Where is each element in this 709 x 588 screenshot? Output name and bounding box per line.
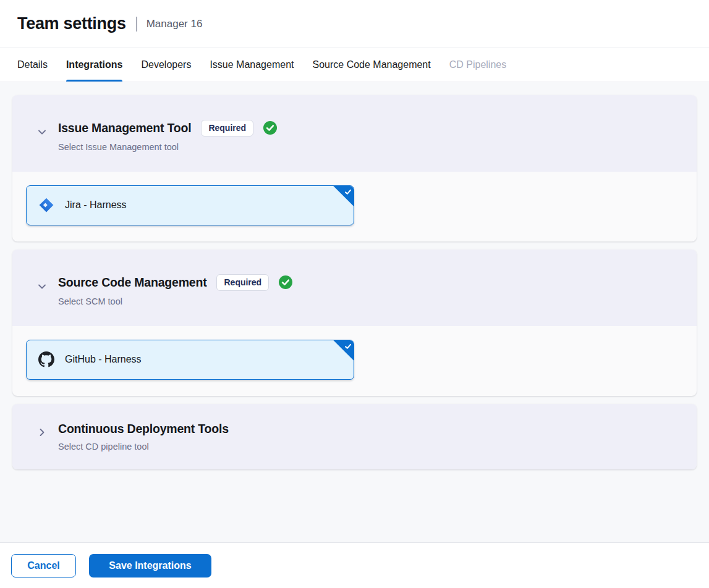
tool-card-jira-harness[interactable]: Jira - Harness <box>26 185 354 225</box>
page-subtitle: Manager 16 <box>146 18 203 30</box>
chevron-down-icon <box>37 127 47 137</box>
tab-integrations[interactable]: Integrations <box>66 48 123 82</box>
jira-icon <box>38 197 54 213</box>
tab-cd-pipelines: CD Pipelines <box>449 48 506 82</box>
section-issue-management-tool: Issue Management Tool Required Select Is… <box>12 95 697 242</box>
required-badge: Required <box>216 274 269 291</box>
chevron-down-icon <box>37 282 47 292</box>
section-subtitle: Select CD pipeline tool <box>58 442 682 452</box>
selected-corner-badge <box>333 340 354 361</box>
check-icon <box>344 188 352 196</box>
check-icon <box>344 342 352 351</box>
section-title: Source Code Management <box>58 275 206 290</box>
check-circle-icon <box>263 121 277 135</box>
tool-card-github-harness[interactable]: GitHub - Harness <box>26 340 354 380</box>
tool-card-label: Jira - Harness <box>65 200 127 211</box>
selected-corner-badge <box>333 185 354 207</box>
section-cd-header[interactable]: Continuous Deployment Tools Select CD pi… <box>12 404 697 469</box>
section-title: Continuous Deployment Tools <box>58 422 229 436</box>
tab-issue-management[interactable]: Issue Management <box>210 48 294 82</box>
save-integrations-button[interactable]: Save Integrations <box>89 554 211 578</box>
integrations-panel: Issue Management Tool Required Select Is… <box>0 82 709 469</box>
section-title: Issue Management Tool <box>58 121 191 135</box>
section-subtitle: Select Issue Management tool <box>58 142 682 152</box>
section-scm-header[interactable]: Source Code Management Required Select S… <box>12 250 697 326</box>
app-header: Team settings Manager 16 <box>0 0 709 48</box>
title-separator <box>136 17 137 32</box>
tab-source-code-management[interactable]: Source Code Management <box>312 48 430 82</box>
tab-developers[interactable]: Developers <box>141 48 191 82</box>
tab-details[interactable]: Details <box>17 48 48 82</box>
tab-bar: Details Integrations Developers Issue Ma… <box>0 48 709 82</box>
section-subtitle: Select SCM tool <box>58 296 682 306</box>
tool-card-label: GitHub - Harness <box>65 354 142 365</box>
section-source-code-management: Source Code Management Required Select S… <box>12 250 697 396</box>
page-title: Team settings <box>17 14 126 33</box>
footer-action-bar: Cancel Save Integrations <box>0 542 709 588</box>
github-icon <box>38 351 54 368</box>
section-continuous-deployment-tools: Continuous Deployment Tools Select CD pi… <box>12 404 697 469</box>
required-badge: Required <box>201 120 253 136</box>
section-issue-management-header[interactable]: Issue Management Tool Required Select Is… <box>12 95 697 172</box>
section-scm-body: GitHub - Harness <box>12 326 697 396</box>
cancel-button[interactable]: Cancel <box>11 554 76 578</box>
check-circle-icon <box>279 275 292 289</box>
chevron-right-icon <box>37 427 47 437</box>
section-issue-management-body: Jira - Harness <box>12 172 697 242</box>
